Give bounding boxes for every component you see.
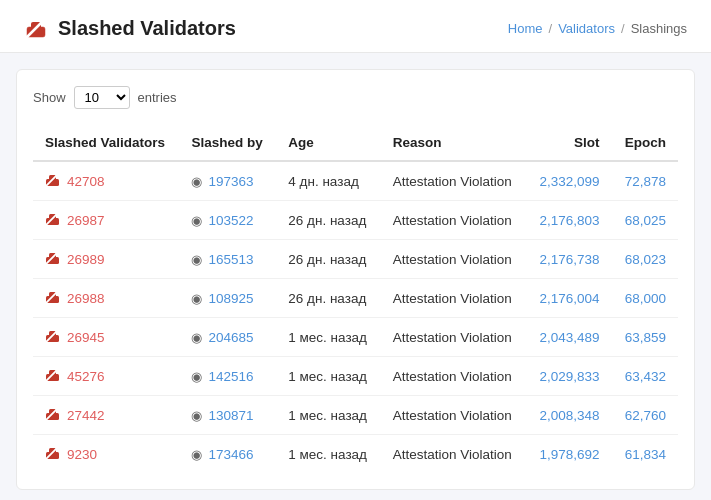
epoch-cell: 61,834: [612, 435, 678, 474]
epoch-link[interactable]: 68,025: [625, 213, 666, 228]
epoch-cell: 68,025: [612, 201, 678, 240]
breadcrumb-current: Slashings: [631, 21, 687, 36]
slasher-link[interactable]: 165513: [208, 252, 253, 267]
table-row: 45276 ◉ 142516 1 мес. назадAttestation V…: [33, 357, 678, 396]
person-icon: ◉: [191, 252, 202, 267]
age-cell: 1 мес. назад: [276, 357, 380, 396]
validator-link[interactable]: 9230: [67, 447, 97, 462]
col-header-epoch: Epoch: [612, 125, 678, 161]
slot-link[interactable]: 2,176,803: [540, 213, 600, 228]
epoch-cell: 62,760: [612, 396, 678, 435]
validator-cell: 42708: [33, 161, 179, 201]
epoch-link[interactable]: 68,000: [625, 291, 666, 306]
epoch-link[interactable]: 63,432: [625, 369, 666, 384]
slot-cell: 2,029,833: [526, 357, 611, 396]
validator-link[interactable]: 26989: [67, 252, 105, 267]
slasher-link[interactable]: 103522: [208, 213, 253, 228]
person-icon: ◉: [191, 330, 202, 345]
validator-cell: 26989: [33, 240, 179, 279]
validator-link[interactable]: 26987: [67, 213, 105, 228]
entries-select[interactable]: 102550100: [74, 86, 130, 109]
slot-cell: 2,008,348: [526, 396, 611, 435]
show-label: Show: [33, 90, 66, 105]
validator-cell: 45276: [33, 357, 179, 396]
age-cell: 1 мес. назад: [276, 396, 380, 435]
slot-cell: 1,978,692: [526, 435, 611, 474]
table-row: 26945 ◉ 204685 1 мес. назадAttestation V…: [33, 318, 678, 357]
validator-cell: 26988: [33, 279, 179, 318]
slasher-link[interactable]: 197363: [208, 174, 253, 189]
slashed-validators-icon: [24, 16, 48, 40]
slot-link[interactable]: 2,008,348: [540, 408, 600, 423]
slasher-link[interactable]: 204685: [208, 330, 253, 345]
slasher-cell: ◉ 197363: [179, 161, 276, 201]
epoch-cell: 68,023: [612, 240, 678, 279]
validator-link[interactable]: 42708: [67, 174, 105, 189]
show-entries-control: Show 102550100 entries: [33, 86, 678, 109]
person-icon: ◉: [191, 447, 202, 462]
breadcrumb-home[interactable]: Home: [508, 21, 543, 36]
slash-row-icon: [45, 211, 60, 229]
epoch-link[interactable]: 63,859: [625, 330, 666, 345]
slasher-link[interactable]: 173466: [208, 447, 253, 462]
slot-link[interactable]: 2,043,489: [540, 330, 600, 345]
person-icon: ◉: [191, 408, 202, 423]
table-row: 26987 ◉ 103522 26 дн. назадAttestation V…: [33, 201, 678, 240]
epoch-link[interactable]: 72,878: [625, 174, 666, 189]
slasher-link[interactable]: 142516: [208, 369, 253, 384]
slash-row-icon: [45, 172, 60, 190]
epoch-link[interactable]: 68,023: [625, 252, 666, 267]
slot-cell: 2,176,738: [526, 240, 611, 279]
slot-link[interactable]: 2,332,099: [540, 174, 600, 189]
slasher-cell: ◉ 108925: [179, 279, 276, 318]
breadcrumb: Home / Validators / Slashings: [508, 21, 687, 36]
validator-link[interactable]: 27442: [67, 408, 105, 423]
page-title: Slashed Validators: [58, 17, 236, 40]
validator-link[interactable]: 26945: [67, 330, 105, 345]
slot-link[interactable]: 1,978,692: [540, 447, 600, 462]
validator-cell: 26945: [33, 318, 179, 357]
content-card: Show 102550100 entries Slashed Validator…: [16, 69, 695, 490]
slashed-validators-table: Slashed Validators Slashed by Age Reason…: [33, 125, 678, 473]
slash-row-icon: [45, 367, 60, 385]
col-header-slashed-by: Slashed by: [179, 125, 276, 161]
slasher-cell: ◉ 103522: [179, 201, 276, 240]
validator-link[interactable]: 26988: [67, 291, 105, 306]
reason-cell: Attestation Violation: [381, 240, 526, 279]
slasher-link[interactable]: 130871: [208, 408, 253, 423]
epoch-link[interactable]: 61,834: [625, 447, 666, 462]
reason-cell: Attestation Violation: [381, 435, 526, 474]
reason-cell: Attestation Violation: [381, 396, 526, 435]
table-header: Slashed Validators Slashed by Age Reason…: [33, 125, 678, 161]
slot-link[interactable]: 2,029,833: [540, 369, 600, 384]
reason-cell: Attestation Violation: [381, 357, 526, 396]
epoch-cell: 72,878: [612, 161, 678, 201]
page-title-area: Slashed Validators: [24, 16, 236, 40]
person-icon: ◉: [191, 291, 202, 306]
slot-link[interactable]: 2,176,738: [540, 252, 600, 267]
slot-cell: 2,332,099: [526, 161, 611, 201]
slasher-cell: ◉ 130871: [179, 396, 276, 435]
col-header-age: Age: [276, 125, 380, 161]
person-icon: ◉: [191, 369, 202, 384]
slash-row-icon: [45, 250, 60, 268]
breadcrumb-validators[interactable]: Validators: [558, 21, 615, 36]
validator-cell: 9230: [33, 435, 179, 474]
epoch-link[interactable]: 62,760: [625, 408, 666, 423]
breadcrumb-sep-2: /: [621, 21, 625, 36]
age-cell: 1 мес. назад: [276, 435, 380, 474]
reason-cell: Attestation Violation: [381, 318, 526, 357]
breadcrumb-sep-1: /: [549, 21, 553, 36]
age-cell: 1 мес. назад: [276, 318, 380, 357]
validator-link[interactable]: 45276: [67, 369, 105, 384]
slasher-cell: ◉ 204685: [179, 318, 276, 357]
slash-row-icon: [45, 406, 60, 424]
slot-cell: 2,043,489: [526, 318, 611, 357]
table-row: 27442 ◉ 130871 1 мес. назадAttestation V…: [33, 396, 678, 435]
reason-cell: Attestation Violation: [381, 161, 526, 201]
col-header-reason: Reason: [381, 125, 526, 161]
epoch-cell: 63,432: [612, 357, 678, 396]
slash-row-icon: [45, 328, 60, 346]
slot-link[interactable]: 2,176,004: [540, 291, 600, 306]
slasher-link[interactable]: 108925: [208, 291, 253, 306]
